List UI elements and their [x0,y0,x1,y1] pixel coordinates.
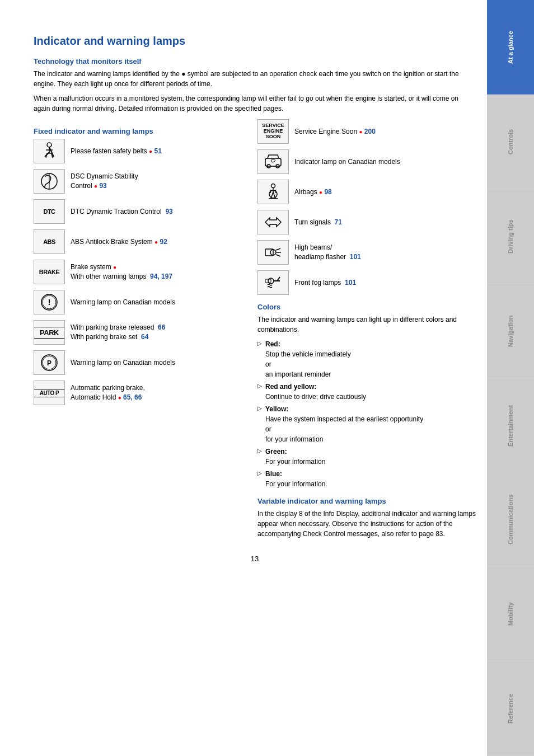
variable-body: In the display 8 of the Info Display, ad… [257,509,476,539]
color-blue: Blue:For your information. [257,469,476,489]
lamp-airbag-text: Airbags ● 98 [294,187,476,197]
lamp-highbeam: High beams/headlamp flasher 101 [257,240,476,265]
lamp-brake-text: Brake system ●With other warning lamps 9… [71,262,246,281]
sidebar-tab-driving-tips[interactable]: Driving tips [487,189,534,284]
lamp-canadian-indicator: Indicator lamp on Canadian models [257,149,476,174]
fog-icon [257,270,289,295]
brake-icon: BRAKE [34,260,65,284]
abs-icon: ABS [34,229,65,254]
lamp-fog: Front fog lamps 101 [257,270,476,295]
turn-icon [257,210,289,234]
svg-point-0 [47,143,51,147]
colors-body: The indicator and warning lamps can ligh… [257,314,476,335]
sidebar-tab-entertainment[interactable]: Entertainment [487,378,534,473]
color-red-yellow: Red and yellow:Continue to drive; drive … [257,382,476,402]
lamp-service-text: Service Engine Soon ● 200 [294,127,476,137]
color-yellow: Yellow:Have the system inspected at the … [257,404,476,444]
sidebar-tab-reference[interactable]: Reference [487,661,534,756]
lamp-canadian-warning1-text: Warning lamp on Canadian models [71,298,246,307]
svg-line-32 [276,248,280,250]
lamp-autop-text: Automatic parking brake,Automatic Hold ●… [71,383,246,402]
colors-subtitle: Colors [257,303,476,311]
dtc-icon: DTC [34,199,65,224]
lamp-abs: ABS ABS Antilock Brake System ● 92 [34,229,246,254]
technology-subtitle: Technology that monitors itself [34,57,476,65]
lamp-dsc-text: DSC Dynamic StabilityControl ● 93 [71,172,246,191]
fixed-subtitle: Fixed indicator and warning lamps [34,127,246,135]
svg-text:!: ! [48,298,51,307]
svg-line-37 [277,277,280,281]
svg-point-20 [271,184,275,188]
dsc-icon: ! [34,169,65,194]
park-icon: PARK [34,320,65,345]
lamp-turn-text: Turn signals 71 [294,218,476,227]
sidebar: At a glance Controls Driving tips Naviga… [487,0,534,756]
lamp-brake: BRAKE Brake system ●With other warning l… [34,260,246,284]
canadian-indicator-icon [257,149,289,174]
seatbelt-icon [34,139,65,163]
lamp-canadian-warning1: ! Warning lamp on Canadian models [34,290,246,314]
page-title: Indicator and warning lamps [34,34,476,48]
sidebar-tab-controls[interactable]: Controls [487,95,534,189]
svg-line-6 [49,147,54,157]
lamp-autop: AUTO P Automatic parking brake,Automatic… [34,381,246,405]
lamp-seatbelt-text: Please fasten safety belts ● 51 [71,147,246,156]
sidebar-tab-at-a-glance[interactable]: At a glance [487,0,534,95]
lamp-airbag: Airbags ● 98 [257,180,476,204]
lamp-highbeam-text: High beams/headlamp flasher 101 [294,243,476,262]
lamp-turn: Turn signals 71 [257,210,476,234]
sidebar-tab-mobility[interactable]: Mobility [487,567,534,661]
highbeam-icon [257,240,289,265]
lamp-service: SERVICE ENGINE SOON Service Engine Soon … [257,119,476,144]
svg-line-24 [275,190,276,193]
canadian-warning2-icon: P [34,350,65,375]
technology-body2: When a malfunction occurs in a monitored… [34,93,476,114]
lamp-park: PARK With parking brake released 66 With… [34,320,246,345]
svg-text:!: ! [49,180,50,185]
svg-line-23 [270,190,271,193]
svg-marker-28 [265,218,281,227]
canadian-warning1-icon: ! [34,290,65,314]
technology-body1: The indicator and warning lamps identifi… [34,69,476,89]
lamp-fog-text: Front fog lamps 101 [294,278,476,288]
colors-list: Red:Stop the vehicle immediatelyoran imp… [257,339,476,489]
lamp-park-text: With parking brake released 66 With park… [71,323,246,342]
lamp-canadian-indicator-text: Indicator lamp on Canadian models [294,157,476,167]
service-icon: SERVICE ENGINE SOON [257,119,289,144]
variable-subtitle: Variable indicator and warning lamps [257,497,476,505]
sidebar-tab-navigation[interactable]: Navigation [487,284,534,378]
color-green: Green:For your information [257,447,476,467]
autop-icon: AUTO P [34,381,65,405]
lamp-dsc: ! DSC Dynamic StabilityControl ● 93 [34,169,246,194]
airbag-icon [257,180,289,204]
svg-line-7 [45,152,49,157]
page-number: 13 [34,555,476,563]
sidebar-tab-communications[interactable]: Communications [487,472,534,567]
lamp-dtc: DTC DTC Dynamic Traction Control 93 [34,199,246,224]
svg-text:P: P [47,359,51,367]
lamp-dtc-text: DTC Dynamic Traction Control 93 [71,207,246,217]
lamp-canadian-warning2: P Warning lamp on Canadian models [34,350,246,375]
lamp-abs-text: ABS Antilock Brake System ● 92 [71,237,246,247]
lamp-canadian-warning2-text: Warning lamp on Canadian models [71,358,246,368]
svg-line-33 [276,255,280,256]
lamp-seatbelt: Please fasten safety belts ● 51 [34,139,246,163]
color-red: Red:Stop the vehicle immediatelyoran imp… [257,339,476,379]
